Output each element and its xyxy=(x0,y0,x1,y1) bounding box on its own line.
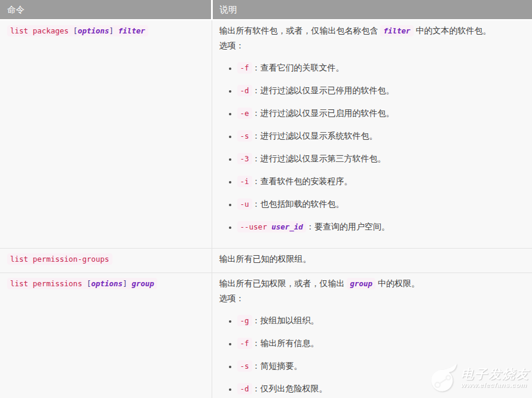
code-segment: options xyxy=(78,26,109,35)
inline-code: -s xyxy=(237,130,252,142)
text-segment: ：输出所有信息。 xyxy=(252,338,319,348)
table-row: list packages [options] filter输出所有软件包，或者… xyxy=(0,20,532,249)
command-cell: list permissions [options] group xyxy=(0,273,212,398)
code-segment: filter xyxy=(118,26,145,35)
inline-code: group xyxy=(347,278,375,289)
options-label: 选项： xyxy=(219,38,525,53)
code-segment: -f xyxy=(240,339,249,348)
code-segment: filter xyxy=(383,26,410,35)
option-item: -s：简短摘要。 xyxy=(237,359,525,373)
command-reference-page: 命令 说明 list packages [options] filter输出所有… xyxy=(0,0,532,398)
inline-code: -e xyxy=(237,108,252,119)
text-segment: 输出所有已知的权限组。 xyxy=(219,254,311,264)
text-segment: ：按组加以组织。 xyxy=(252,316,319,325)
options-list: -f：查看它们的关联文件。-d：进行过滤以仅显示已停用的软件包。-e：进行过滤以… xyxy=(219,60,525,234)
inline-code: list permissions [options] group xyxy=(7,278,157,289)
commands-table: 命令 说明 list packages [options] filter输出所有… xyxy=(0,0,532,398)
code-segment: user_id xyxy=(271,222,303,231)
description-cell: 输出所有已知的权限组。 xyxy=(212,249,532,273)
code-segment: -e xyxy=(240,109,249,118)
option-item: -e：进行过滤以仅显示已启用的软件包。 xyxy=(237,106,525,121)
code-segment: list permissions xyxy=(10,279,87,288)
option-item: -f：查看它们的关联文件。 xyxy=(237,60,525,75)
option-item: -3：进行过滤以仅显示第三方软件包。 xyxy=(237,151,525,166)
command-cell: list packages [options] filter xyxy=(0,20,212,249)
inline-code: -3 xyxy=(237,153,252,164)
code-segment: -s xyxy=(240,362,249,371)
option-item: -g：按组加以组织。 xyxy=(237,313,525,328)
text-segment: ：查看它们的关联文件。 xyxy=(252,63,344,72)
inline-code: filter xyxy=(380,25,413,36)
code-segment: group xyxy=(350,279,372,288)
option-item: -d：仅列出危险权限。 xyxy=(237,381,525,396)
inline-code: -f xyxy=(237,338,252,349)
options-label: 选项： xyxy=(219,291,525,305)
text-segment: ：简短摘要。 xyxy=(252,361,302,371)
inline-code: -s xyxy=(237,360,252,372)
description-cell: 输出所有软件包，或者，仅输出包名称包含 filter 中的文本的软件包。选项：-… xyxy=(212,20,532,249)
text-segment: ：进行过滤以仅显示系统软件包。 xyxy=(252,131,378,140)
text-segment: 中的文本的软件包。 xyxy=(414,26,491,35)
text-segment: ：进行过滤以仅显示已停用的软件包。 xyxy=(252,85,395,95)
text-segment: ：也包括卸载的软件包。 xyxy=(252,199,344,209)
header-row: 命令 说明 xyxy=(0,0,532,20)
option-item: -u：也包括卸载的软件包。 xyxy=(237,197,525,212)
table-row: list permissions [options] group输出所有已知权限… xyxy=(0,273,532,398)
table-header: 命令 说明 xyxy=(0,0,532,20)
code-segment: -3 xyxy=(240,154,249,163)
text-segment: ：进行过滤以仅显示已启用的软件包。 xyxy=(252,108,395,118)
inline-code: list permission-groups xyxy=(7,253,112,265)
option-item: -s：进行过滤以仅显示系统软件包。 xyxy=(237,128,525,143)
inline-code: -g xyxy=(237,315,252,326)
code-segment: list permission-groups xyxy=(10,255,109,264)
code-segment: [ xyxy=(73,26,78,35)
code-segment: --user xyxy=(240,222,272,231)
code-segment: options xyxy=(91,279,123,288)
inline-code: -i xyxy=(237,176,252,187)
description-intro: 输出所有已知的权限组。 xyxy=(219,252,525,266)
option-item: -d：进行过滤以仅显示已停用的软件包。 xyxy=(237,83,525,98)
text-segment: ：进行过滤以仅显示第三方软件包。 xyxy=(252,154,386,163)
code-segment: -g xyxy=(240,316,249,325)
inline-code: list packages [options] filter xyxy=(7,25,148,36)
text-segment: 输出所有已知权限，或者，仅输出 xyxy=(219,278,347,288)
column-header-description: 说明 xyxy=(212,0,532,20)
inline-code: --user user_id xyxy=(237,221,306,232)
inline-code: -d xyxy=(237,85,252,96)
column-header-command: 命令 xyxy=(0,0,212,20)
text-segment: 输出所有软件包，或者，仅输出包名称包含 xyxy=(219,26,381,35)
option-item: -f：输出所有信息。 xyxy=(237,336,525,351)
description-intro: 输出所有已知权限，或者，仅输出 group 中的权限。 xyxy=(219,276,525,291)
table-body: list packages [options] filter输出所有软件包，或者… xyxy=(0,20,532,398)
code-segment: ] xyxy=(109,26,118,35)
text-segment: ：仅列出危险权限。 xyxy=(252,384,328,393)
inline-code: -u xyxy=(237,198,252,210)
command-cell: list permission-groups xyxy=(0,249,212,273)
table-row: list permission-groups输出所有已知的权限组。 xyxy=(0,249,532,273)
code-segment: -f xyxy=(240,63,249,72)
description-intro: 输出所有软件包，或者，仅输出包名称包含 filter 中的文本的软件包。 xyxy=(219,23,525,38)
code-segment: -s xyxy=(240,131,249,140)
inline-code: -d xyxy=(237,383,252,394)
inline-code: -f xyxy=(237,62,252,74)
code-segment: -i xyxy=(240,177,249,186)
text-segment: ：查看软件包的安装程序。 xyxy=(252,176,353,186)
text-segment: ：要查询的用户空间。 xyxy=(306,222,390,231)
code-segment: -d xyxy=(240,86,249,95)
option-item: -i：查看软件包的安装程序。 xyxy=(237,174,525,189)
options-list: -g：按组加以组织。-f：输出所有信息。-s：简短摘要。-d：仅列出危险权限。-… xyxy=(219,313,525,398)
text-segment: 中的权限。 xyxy=(375,278,420,288)
code-segment: ] xyxy=(123,279,132,288)
code-segment: -d xyxy=(240,384,249,393)
code-segment: list packages xyxy=(10,26,73,35)
code-segment: -u xyxy=(240,200,249,209)
description-cell: 输出所有已知权限，或者，仅输出 group 中的权限。选项：-g：按组加以组织。… xyxy=(212,273,532,398)
option-item: --user user_id：要查询的用户空间。 xyxy=(237,219,525,234)
code-segment: group xyxy=(132,279,154,288)
